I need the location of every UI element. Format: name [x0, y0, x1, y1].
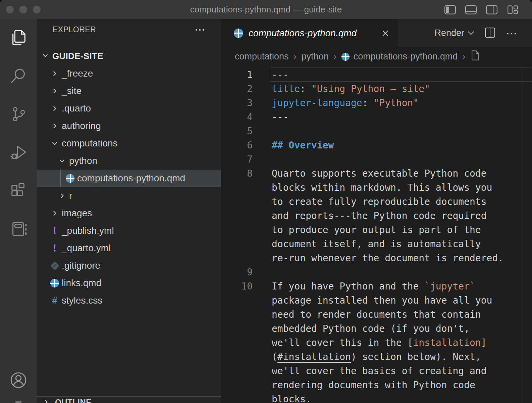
layout-panel-icon[interactable] [465, 4, 477, 15]
code-row[interactable]: 6## Overview [221, 138, 532, 152]
code-row[interactable]: 7 [221, 152, 532, 166]
code-row[interactable]: 1--- [221, 68, 532, 82]
chevron-right-icon [58, 190, 66, 201]
code-row[interactable]: re-run whenever the document is rendered… [221, 251, 532, 265]
layout-sidebar-left-icon[interactable] [444, 4, 456, 15]
account-icon [9, 370, 28, 391]
code-row[interactable]: need to render documents that contain [221, 307, 532, 321]
notebook-tab[interactable] [9, 221, 28, 239]
tree-item--quarto[interactable]: .quarto [37, 100, 221, 117]
code-text: package installed then you have all you [272, 295, 492, 306]
code-row[interactable]: 10If you have Python and the `jupyter` [221, 279, 532, 293]
file-tree: _freeze_site.quartoauthoringcomputations… [37, 65, 221, 309]
accounts-button[interactable] [9, 371, 28, 391]
search-tab[interactable] [9, 68, 28, 86]
section-header-guide-site[interactable]: GUIDE-SITE [37, 47, 221, 65]
breadcrumb-label: python [302, 51, 329, 62]
tree-item-computations[interactable]: computations [37, 135, 221, 152]
code-row[interactable]: blocks. [221, 392, 532, 403]
code-editor[interactable]: 1---2title: "Using Python — site"3jupyte… [221, 66, 532, 403]
code-row[interactable]: to create fully reproducible documents [221, 194, 532, 209]
tree-item-links-qmd[interactable]: links.qmd [37, 274, 221, 292]
chevron-right-icon: › [333, 51, 337, 62]
code-text: to produce your output is part of the [272, 224, 481, 235]
tree-item-python[interactable]: python [37, 152, 221, 170]
tree-item-authoring[interactable]: authoring [37, 117, 221, 135]
code-text: re-run whenever the document is rendered… [272, 253, 503, 264]
gear-icon[interactable] [15, 401, 21, 403]
section-header-outline[interactable]: OUTLINE [37, 397, 221, 403]
breadcrumbs: computations›python›computations-python.… [221, 47, 532, 66]
code-row[interactable]: rendering documents with Python code [221, 378, 532, 392]
explorer-sidebar: EXPLORER ⋯ GUIDE-SITE _freeze_site.quart… [37, 19, 221, 403]
tab-computations-python[interactable]: computations-python.qmd [221, 19, 398, 47]
git-icon [50, 261, 59, 270]
tree-item--site[interactable]: _site [37, 82, 221, 100]
code-text: title: "Using Python — site" [272, 83, 430, 94]
explorer-tab[interactable] [9, 29, 28, 47]
line-number: 2 [221, 83, 253, 94]
tree-item-images[interactable]: images [37, 205, 221, 222]
section-label: GUIDE-SITE [52, 51, 103, 61]
tree-item-label: _freeze [62, 68, 93, 79]
code-row[interactable]: and reports---the Python code required [221, 209, 532, 223]
tree-item--gitignore[interactable]: .gitignore [37, 257, 221, 274]
tree-item-styles-css[interactable]: #styles.css [37, 292, 221, 309]
quarto-icon [234, 29, 243, 38]
extensions-icon [9, 182, 28, 201]
breadcrumb-item-symbol[interactable] [470, 50, 480, 63]
file-icon [470, 50, 480, 63]
tree-item-label: _quarto.yml [62, 243, 111, 254]
run-debug-tab[interactable] [9, 144, 28, 162]
tree-item--freeze[interactable]: _freeze [37, 65, 221, 82]
chevron-right-icon [50, 86, 59, 96]
code-row[interactable]: 8Quarto supports executable Python code [221, 166, 532, 180]
chevron-right-icon [50, 121, 59, 131]
code-row[interactable]: package installed then you have all you [221, 293, 532, 307]
extensions-tab[interactable] [9, 182, 28, 200]
breadcrumb-item-computations[interactable]: computations [235, 51, 289, 62]
layout-customize-icon[interactable] [507, 4, 519, 15]
code-row[interactable]: we'll cover the basics of creating and [221, 364, 532, 378]
line-number: 4 [221, 111, 253, 123]
code-text: blocks. [272, 394, 311, 403]
code-row[interactable]: 5 [221, 124, 532, 138]
code-row[interactable]: to produce your output is part of the [221, 223, 532, 237]
tree-item-label: images [62, 208, 92, 219]
code-text: (#installation) section below). Next, [272, 351, 481, 362]
code-row[interactable]: 2title: "Using Python — site" [221, 82, 532, 96]
tree-item-computations-python-qmd[interactable]: computations-python.qmd [37, 170, 221, 187]
code-text: need to render documents that contain [272, 309, 481, 320]
close-icon[interactable] [381, 29, 390, 38]
tree-item--quarto-yml[interactable]: !_quarto.yml [37, 239, 221, 257]
line-number: 5 [221, 126, 253, 137]
code-text: document itself, and is automatically [272, 238, 481, 250]
tree-item-label: computations-python.qmd [77, 173, 185, 184]
code-row[interactable]: 4--- [221, 110, 532, 124]
layout-sidebar-right-icon[interactable] [486, 4, 498, 15]
code-row[interactable]: we'll cover this in the [installation] [221, 335, 532, 350]
tree-item-r[interactable]: r [37, 187, 221, 205]
files-icon [9, 29, 28, 48]
code-row[interactable]: embedded Python code (if you don't, [221, 321, 532, 335]
source-control-tab[interactable] [9, 106, 28, 124]
code-row[interactable]: 9 [221, 265, 532, 279]
render-button[interactable]: Render [434, 28, 474, 38]
tree-item--publish-yml[interactable]: !_publish.yml [37, 222, 221, 239]
code-row[interactable]: (#installation) section below). Next, [221, 350, 532, 364]
code-row[interactable]: blocks within markdown. This allows you [221, 180, 532, 194]
yaml-icon: ! [53, 225, 56, 237]
more-actions-icon[interactable]: ⋯ [506, 32, 518, 35]
line-number: 1 [221, 69, 253, 80]
vscode-window: computations-python.qmd — guide-site [0, 0, 532, 403]
tree-item-label: _publish.yml [62, 225, 114, 236]
code-row[interactable]: document itself, and is automatically [221, 237, 532, 251]
breadcrumb-item-python[interactable]: python [302, 51, 329, 62]
breadcrumb-label: computations-python.qmd [354, 51, 458, 62]
code-row[interactable]: 3jupyter-language: "Python" [221, 96, 532, 110]
ellipsis-icon[interactable]: ⋯ [195, 28, 206, 31]
split-editor-icon[interactable] [484, 27, 496, 40]
sidebar-header: EXPLORER ⋯ [37, 19, 221, 40]
tree-item-label: python [69, 155, 97, 166]
breadcrumb-item-computations-python-qmd[interactable]: computations-python.qmd [341, 51, 458, 62]
